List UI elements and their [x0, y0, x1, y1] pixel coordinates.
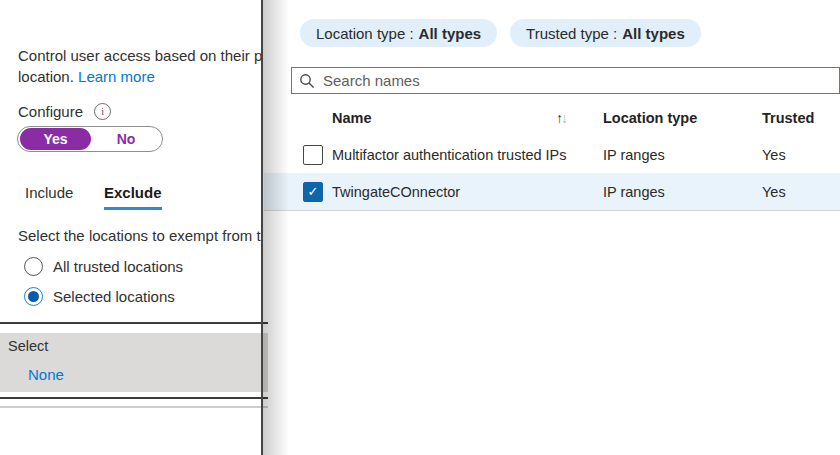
row-checkbox-unchecked[interactable]	[303, 145, 323, 165]
filter-label: Trusted type :	[526, 25, 617, 42]
blade-divider	[261, 0, 263, 455]
configure-yes-button[interactable]: Yes	[20, 128, 91, 150]
row-checkbox-checked[interactable]: ✓	[303, 182, 323, 202]
info-icon[interactable]: i	[94, 103, 111, 120]
table-row[interactable]: ✓ TwingateCOnnector IP ranges Yes	[264, 173, 840, 211]
row-name: TwingateCOnnector	[332, 184, 460, 200]
table-row[interactable]: Multifactor authentication trusted IPs I…	[264, 136, 840, 174]
learn-more-link[interactable]: Learn more	[78, 68, 155, 85]
radio-selected-icon[interactable]	[24, 287, 43, 306]
none-link[interactable]: None	[28, 366, 64, 383]
radio-unselected-icon[interactable]	[24, 257, 43, 276]
filter-value: All types	[622, 25, 685, 42]
description-line-2: location. Learn more	[18, 66, 263, 87]
filter-value: All types	[419, 25, 482, 42]
row-location-type: IP ranges	[603, 147, 665, 163]
filter-location-type[interactable]: Location type : All types	[300, 19, 497, 47]
location-condition-description: Control user access based on their physi…	[18, 45, 263, 87]
configure-row: Configure i	[18, 103, 111, 120]
filter-trusted-type[interactable]: Trusted type : All types	[510, 19, 701, 47]
radio-label: Selected locations	[53, 288, 175, 305]
search-input[interactable]	[321, 71, 832, 90]
tab-include[interactable]: Include	[25, 184, 73, 201]
exclude-instruction-text: Select the locations to exempt from the	[18, 227, 263, 244]
separator-light	[0, 406, 268, 408]
column-header-location-type: Location type	[603, 110, 697, 126]
filter-label: Location type :	[316, 25, 414, 42]
radio-label: All trusted locations	[53, 258, 183, 275]
radio-all-trusted-locations[interactable]: All trusted locations	[24, 255, 183, 277]
column-header-name[interactable]: Name	[332, 110, 372, 126]
filter-pills: Location type : All types Trusted type :…	[300, 19, 701, 47]
separator-bottom	[0, 397, 268, 399]
search-box[interactable]	[291, 67, 840, 94]
configure-label: Configure	[18, 103, 83, 120]
select-section: Select None	[0, 333, 268, 392]
table-header: Name ↑↓ Location type Trusted	[264, 100, 840, 137]
configure-yes-no-toggle: Yes No	[17, 126, 163, 152]
conditional-access-locations-screen: Control user access based on their physi…	[0, 0, 840, 455]
tab-exclude[interactable]: Exclude	[104, 184, 162, 201]
description-line-1: Control user access based on their physi…	[18, 45, 263, 66]
sort-arrows-icon[interactable]: ↑↓	[556, 110, 566, 126]
row-name: Multifactor authentication trusted IPs	[332, 147, 567, 163]
active-tab-underline	[104, 207, 162, 210]
column-header-trusted: Trusted	[762, 110, 814, 126]
configure-no-button[interactable]: No	[92, 128, 160, 150]
select-section-header: Select	[8, 338, 48, 354]
separator-top	[0, 322, 268, 324]
search-icon	[299, 73, 315, 89]
row-trusted: Yes	[762, 147, 786, 163]
row-location-type: IP ranges	[603, 184, 665, 200]
radio-selected-locations[interactable]: Selected locations	[24, 285, 175, 307]
row-trusted: Yes	[762, 184, 786, 200]
